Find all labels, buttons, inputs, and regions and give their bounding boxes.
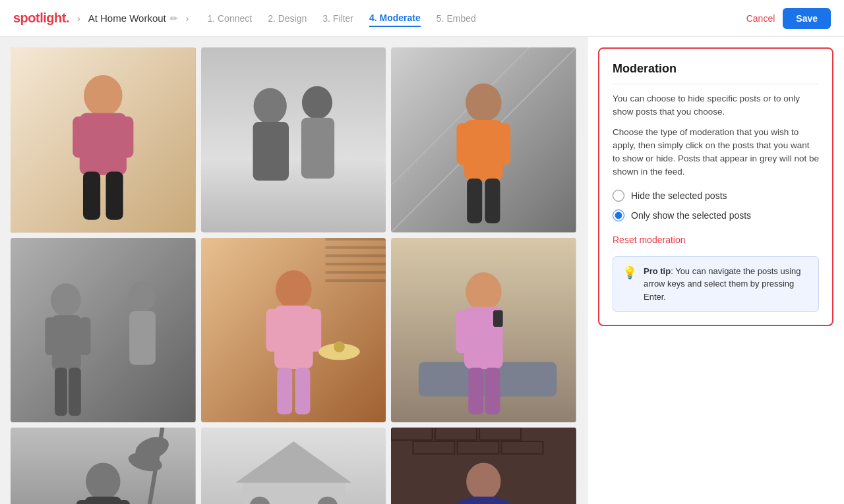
svg-rect-7 bbox=[83, 172, 100, 220]
svg-rect-65 bbox=[201, 428, 386, 504]
svg-line-15 bbox=[391, 47, 576, 233]
post-item[interactable] bbox=[201, 47, 386, 233]
post-svg bbox=[201, 428, 386, 504]
svg-point-57 bbox=[133, 433, 172, 464]
reset-moderation-link[interactable]: Reset moderation bbox=[613, 235, 686, 245]
svg-rect-34 bbox=[325, 246, 386, 248]
svg-rect-83 bbox=[458, 500, 470, 504]
sidebar: Moderation You can choose to hide specif… bbox=[587, 37, 844, 504]
radio-show-label: Only show the selected posts bbox=[631, 210, 751, 221]
svg-rect-6 bbox=[119, 117, 133, 158]
save-button[interactable]: Save bbox=[783, 8, 831, 29]
cancel-button[interactable]: Cancel bbox=[746, 13, 775, 24]
header: spotlight. › At Home Workout ✏ › 1. Conn… bbox=[0, 0, 844, 37]
svg-rect-69 bbox=[249, 497, 270, 504]
svg-point-30 bbox=[128, 281, 156, 312]
post-image bbox=[11, 428, 196, 504]
svg-rect-33 bbox=[325, 238, 386, 240]
post-svg bbox=[201, 47, 386, 233]
logo: spotlight. bbox=[13, 11, 69, 26]
svg-rect-42 bbox=[309, 309, 321, 352]
svg-rect-50 bbox=[464, 306, 503, 368]
svg-rect-19 bbox=[457, 123, 469, 165]
post-image bbox=[11, 238, 196, 423]
bulb-icon: 💡 bbox=[622, 266, 637, 280]
post-item[interactable] bbox=[11, 238, 196, 423]
svg-rect-13 bbox=[301, 118, 334, 179]
pro-tip-prefix: Pro tip bbox=[644, 266, 671, 276]
svg-rect-79 bbox=[458, 441, 499, 454]
radio-hide[interactable] bbox=[613, 190, 624, 202]
svg-rect-38 bbox=[325, 279, 386, 282]
svg-rect-32 bbox=[201, 238, 386, 423]
post-svg bbox=[391, 47, 576, 233]
svg-point-39 bbox=[276, 270, 311, 309]
edit-icon[interactable]: ✏ bbox=[170, 13, 178, 24]
svg-point-59 bbox=[86, 463, 120, 501]
svg-rect-74 bbox=[391, 428, 576, 504]
svg-point-17 bbox=[466, 83, 501, 122]
svg-rect-52 bbox=[493, 310, 503, 327]
post-item[interactable] bbox=[391, 428, 576, 504]
svg-point-81 bbox=[466, 463, 500, 501]
main-content: Moderation You can choose to hide specif… bbox=[0, 37, 844, 504]
project-name: At Home Workout ✏ bbox=[88, 13, 178, 24]
svg-rect-35 bbox=[325, 254, 386, 257]
radio-hide-label: Hide the selected posts bbox=[631, 190, 727, 201]
svg-point-24 bbox=[51, 283, 81, 316]
svg-rect-47 bbox=[391, 238, 576, 423]
svg-rect-84 bbox=[498, 500, 510, 504]
post-image bbox=[391, 428, 576, 504]
svg-rect-77 bbox=[479, 428, 521, 440]
post-item[interactable] bbox=[391, 47, 576, 233]
svg-point-45 bbox=[318, 343, 360, 360]
svg-rect-62 bbox=[117, 500, 130, 504]
logo-text: spotlight. bbox=[13, 11, 69, 25]
step-moderate[interactable]: 4. Moderate bbox=[369, 10, 421, 27]
svg-rect-73 bbox=[391, 428, 576, 504]
post-image bbox=[201, 238, 386, 423]
svg-rect-37 bbox=[325, 271, 386, 273]
svg-rect-23 bbox=[11, 238, 196, 423]
svg-rect-27 bbox=[80, 317, 91, 355]
step-embed[interactable]: 5. Embed bbox=[437, 11, 476, 26]
post-item[interactable] bbox=[11, 47, 196, 233]
moderation-card: Moderation You can choose to hide specif… bbox=[598, 47, 833, 326]
svg-rect-18 bbox=[464, 120, 503, 181]
post-item[interactable] bbox=[11, 428, 196, 504]
step-design[interactable]: 2. Design bbox=[268, 11, 307, 26]
svg-rect-48 bbox=[419, 362, 557, 396]
radio-option-hide[interactable]: Hide the selected posts bbox=[613, 190, 819, 202]
post-item[interactable] bbox=[201, 238, 386, 423]
header-actions: Cancel Save bbox=[746, 8, 831, 29]
radio-option-show[interactable]: Only show the selected posts bbox=[613, 210, 819, 221]
svg-point-10 bbox=[253, 88, 286, 124]
svg-rect-66 bbox=[242, 483, 344, 504]
svg-point-49 bbox=[466, 272, 501, 311]
pro-tip-text: Pro tip: You can navigate the posts usin… bbox=[644, 265, 809, 304]
step-filter[interactable]: 3. Filter bbox=[322, 11, 353, 26]
svg-rect-61 bbox=[76, 500, 88, 504]
svg-rect-76 bbox=[435, 428, 477, 440]
step-connect[interactable]: 1. Connect bbox=[207, 11, 252, 26]
svg-rect-80 bbox=[502, 441, 543, 454]
svg-rect-9 bbox=[201, 47, 386, 233]
svg-rect-2 bbox=[11, 47, 196, 233]
post-item[interactable] bbox=[201, 428, 386, 504]
svg-point-12 bbox=[302, 86, 332, 119]
posts-grid bbox=[11, 47, 576, 504]
svg-rect-44 bbox=[295, 368, 310, 414]
post-item[interactable] bbox=[391, 238, 576, 423]
radio-show[interactable] bbox=[613, 210, 624, 221]
svg-rect-75 bbox=[391, 428, 433, 440]
svg-rect-22 bbox=[485, 179, 500, 223]
steps-nav: 1. Connect 2. Design 3. Filter 4. Modera… bbox=[207, 10, 475, 27]
moderation-title: Moderation bbox=[613, 62, 819, 76]
svg-rect-82 bbox=[466, 497, 501, 504]
post-svg bbox=[391, 428, 576, 504]
post-image bbox=[201, 47, 386, 233]
svg-rect-40 bbox=[274, 305, 313, 368]
mod-description-1: You can choose to hide specific posts or… bbox=[613, 92, 819, 119]
svg-rect-54 bbox=[485, 368, 500, 414]
project-name-label: At Home Workout bbox=[88, 13, 166, 24]
